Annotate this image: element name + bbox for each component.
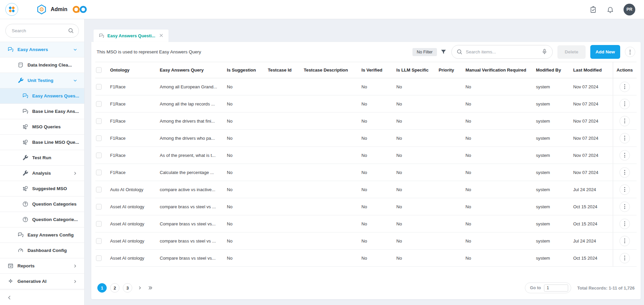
chevron-down-icon[interactable] [73, 78, 78, 83]
row-select-cell [95, 215, 110, 232]
sidebar-item-base-line-mso-que[interactable]: Base Line MSO Que... [0, 135, 84, 150]
cell-manual-verification-required: No [465, 232, 536, 249]
sidebar-item-data-indexing-clea[interactable]: Data Indexing Clea... [0, 57, 84, 73]
sidebar-item-reports[interactable]: Reports [0, 258, 84, 274]
more-options-button[interactable] [625, 47, 635, 57]
row-actions-cell [613, 113, 636, 129]
column-header: Priority [439, 62, 465, 78]
chevron-right-icon[interactable] [73, 279, 78, 284]
cell-ontology: F1Race [110, 164, 160, 181]
row-checkbox[interactable] [96, 187, 102, 192]
row-checkbox[interactable] [96, 135, 102, 141]
delete-button[interactable]: Delete [557, 45, 586, 59]
sidebar-item-mso-queries[interactable]: MSO Queries [0, 119, 84, 135]
cell-testcase-id [268, 130, 304, 146]
row-more-options-button[interactable] [620, 253, 630, 263]
page-button-2[interactable]: 2 [110, 283, 119, 293]
sidebar-collapse-button[interactable] [0, 290, 84, 305]
row-checkbox[interactable] [96, 221, 102, 227]
row-more-options-button[interactable] [620, 236, 630, 246]
data-table: OntologyEasy Answers QueryIs SuggestionT… [91, 62, 641, 267]
sidebar-item-suggested-mso[interactable]: Suggested MSO [0, 181, 84, 197]
cell-testcase-description [304, 215, 361, 232]
row-checkbox[interactable] [96, 118, 102, 124]
cell-is-suggestion: No [227, 113, 268, 129]
row-more-options-button[interactable] [620, 99, 630, 109]
column-header: Testcase Description [304, 62, 361, 78]
cell-is-verified: No [361, 78, 396, 95]
cell-query: compare active vs inactive... [160, 181, 227, 198]
cell-testcase-id [268, 113, 304, 129]
page-button-3[interactable]: 3 [123, 283, 132, 293]
cell-priority [439, 130, 465, 146]
add-new-button[interactable]: Add New [590, 45, 620, 59]
row-select-cell [95, 164, 110, 181]
filter-status-pill[interactable]: No Filter [412, 48, 437, 56]
cell-is-llm-specific: No [396, 147, 439, 164]
sidebar-item-easy-answers-config[interactable]: Easy Answers Config [0, 227, 84, 243]
row-more-options-button[interactable] [620, 150, 630, 161]
cell-modified-by: system [536, 113, 573, 129]
clipboard-check-icon[interactable] [589, 6, 597, 13]
sidebar-item-label: Data Indexing Clea... [28, 62, 72, 68]
cell-is-suggestion: No [227, 215, 268, 232]
sidebar-item-dashboard-config[interactable]: Dashboard Config [0, 243, 84, 258]
sidebar-item-generative-ai[interactable]: Generative AI [0, 274, 84, 289]
cell-is-suggestion: No [227, 198, 268, 215]
cell-manual-verification-required: No [465, 113, 536, 129]
avatar[interactable]: PR [624, 4, 635, 15]
app-logo-button[interactable] [5, 3, 18, 16]
chevron-right-icon[interactable] [73, 264, 78, 268]
sidebar-item-analysis[interactable]: Analysis [0, 166, 84, 181]
chevron-right-icon[interactable] [73, 171, 78, 176]
bell-icon[interactable] [606, 6, 614, 13]
tab-bar: Easy Answers Questi... [94, 30, 644, 42]
microphone-icon[interactable] [541, 48, 548, 55]
chevron-down-icon[interactable] [73, 47, 78, 52]
row-more-options-button[interactable] [620, 184, 630, 195]
sidebar-item-test-run[interactable]: Test Run [0, 150, 84, 166]
row-more-options-button[interactable] [620, 219, 630, 229]
ao-logo-icon [72, 5, 87, 14]
row-more-options-button[interactable] [620, 202, 630, 212]
cell-ontology: Asset AI ontology [110, 215, 160, 232]
row-more-options-button[interactable] [620, 167, 630, 178]
items-search-input[interactable] [451, 45, 553, 59]
sidebar-item-unit-testing[interactable]: Unit Testing [0, 73, 84, 88]
cell-testcase-description [304, 113, 361, 129]
cell-modified-by: system [536, 130, 573, 146]
goto-page-input[interactable] [544, 285, 568, 292]
row-more-options-button[interactable] [620, 82, 630, 92]
sidebar-item-easy-answers-ques[interactable]: Easy Answers Ques... [0, 88, 84, 104]
cell-is-llm-specific: No [396, 113, 439, 129]
sidebar-item-question-categorie[interactable]: Question Categorie... [0, 212, 84, 227]
next-page-icon[interactable] [138, 286, 142, 290]
row-more-options-button[interactable] [620, 116, 630, 126]
row-more-options-button[interactable] [620, 133, 630, 143]
sidebar-item-question-categories[interactable]: Question Categories [0, 197, 84, 212]
sidebar-item-base-line-easy-ans[interactable]: Base Line Easy Ans... [0, 104, 84, 119]
row-checkbox[interactable] [96, 101, 102, 107]
row-checkbox[interactable] [96, 255, 102, 261]
filter-funnel-icon[interactable] [440, 49, 447, 55]
page-button-1[interactable]: 1 [97, 283, 107, 293]
goto-page-control: Go to [525, 282, 571, 293]
last-page-icon[interactable] [148, 285, 153, 291]
sidebar-item-easy-answers[interactable]: Easy Answers [0, 42, 84, 57]
hexagon-gear-icon: ⚙ [36, 3, 48, 15]
tab-easy-answers-questions[interactable]: Easy Answers Questi... [94, 30, 168, 42]
row-checkbox[interactable] [96, 152, 102, 158]
cell-is-verified: No [361, 147, 396, 164]
row-checkbox[interactable] [96, 84, 102, 90]
select-all-checkbox[interactable] [96, 67, 102, 73]
close-icon[interactable] [159, 33, 163, 39]
column-header: Manual Verification Required [465, 62, 536, 78]
row-checkbox[interactable] [96, 238, 102, 244]
row-checkbox[interactable] [96, 170, 102, 175]
cell-modified-by: system [536, 95, 573, 112]
cell-is-suggestion: No [227, 147, 268, 164]
cell-ontology: F1Race [110, 130, 160, 146]
cell-is-verified: No [361, 215, 396, 232]
row-checkbox[interactable] [96, 204, 102, 210]
row-actions-cell [613, 250, 636, 266]
